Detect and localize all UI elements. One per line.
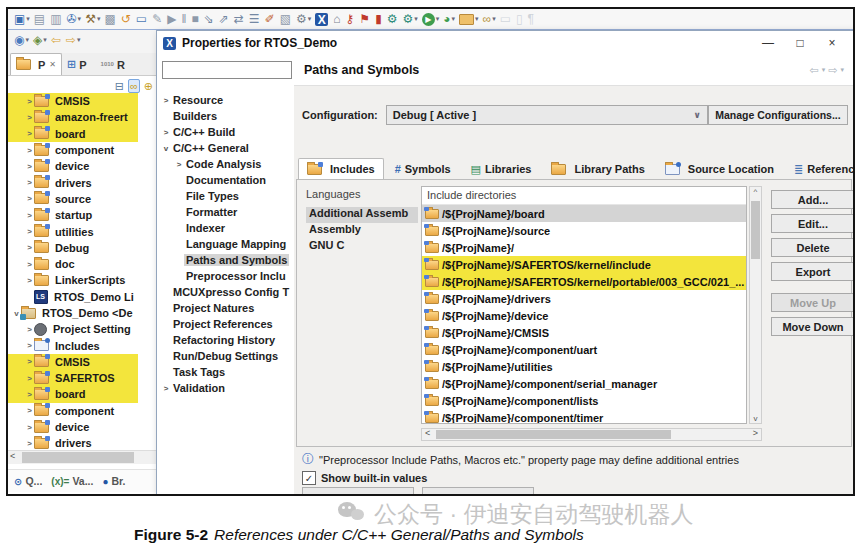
dropdown-caret-icon[interactable]: ▾: [26, 15, 30, 23]
settings-tab[interactable]: Includes: [298, 158, 384, 179]
open-folder-icon[interactable]: ▾: [459, 10, 479, 28]
tree-item[interactable]: > Debug: [8, 240, 157, 256]
nav-tree-item[interactable]: Task Tags: [157, 364, 294, 380]
partial-button[interactable]: [422, 487, 534, 495]
list-action-button[interactable]: Move Down: [771, 317, 854, 336]
nav-tree-item[interactable]: MCUXpresso Config T: [157, 284, 294, 300]
expander-icon[interactable]: >: [25, 97, 34, 106]
scroll-thumb[interactable]: [751, 201, 760, 259]
quick-run-icon[interactable]: ◕▾: [443, 10, 455, 28]
scroll-left-icon[interactable]: <: [10, 451, 15, 461]
settings-tab[interactable]: ≣References: [785, 158, 854, 179]
explorer-tab[interactable]: 1010R: [96, 54, 134, 75]
expander-icon[interactable]: v: [161, 144, 171, 153]
tree-item[interactable]: > startup: [8, 207, 157, 223]
expander-icon[interactable]: >: [25, 374, 34, 383]
list-action-button[interactable]: Delete: [771, 238, 854, 257]
scroll-down-icon[interactable]: v: [750, 414, 761, 423]
settings-tab[interactable]: Library Paths: [542, 158, 653, 179]
terminal-icon[interactable]: ▭: [136, 10, 148, 28]
settings-gear2-icon[interactable]: ⚙▾: [403, 10, 418, 28]
back-history-icon[interactable]: ⇦: [51, 31, 62, 49]
tree-item[interactable]: > SAFERTOS: [8, 370, 157, 386]
scroll-thumb[interactable]: [22, 452, 134, 463]
expander-icon[interactable]: >: [25, 194, 34, 203]
include-dir-row[interactable]: /${ProjName}/utilities: [422, 358, 746, 375]
nav-tree-item[interactable]: Language Mapping: [157, 236, 294, 252]
nav-tree-item[interactable]: Project Natures: [157, 300, 294, 316]
expander-icon[interactable]: >: [161, 384, 171, 393]
save-icon[interactable]: ▤: [34, 10, 46, 28]
explorer-horizontal-scrollbar[interactable]: <: [8, 450, 157, 464]
show-builtin-checkbox[interactable]: ✓: [302, 471, 316, 485]
horizontal-scrollbar[interactable]: < >: [421, 428, 762, 441]
maximize-icon[interactable]: □: [784, 36, 816, 50]
expander-icon[interactable]: >: [25, 211, 34, 220]
annotation-icon[interactable]: ✎: [152, 10, 163, 28]
flash-icon[interactable]: ✐: [265, 10, 276, 28]
language-item[interactable]: Additional Assemb: [306, 207, 418, 223]
expander-icon[interactable]: >: [25, 276, 34, 285]
run-icon[interactable]: ▶: [167, 10, 177, 28]
list-action-button[interactable]: Export: [771, 262, 854, 281]
stop-icon[interactable]: ■: [191, 10, 199, 28]
expander-icon[interactable]: >: [25, 406, 34, 415]
explorer-tab[interactable]: ⊞P: [62, 54, 96, 75]
tree-item[interactable]: > CMSIS: [8, 93, 157, 109]
tree-item[interactable]: > component: [8, 403, 157, 419]
tree-item[interactable]: > LinkerScripts: [8, 272, 157, 288]
expander-icon[interactable]: >: [25, 129, 34, 138]
run-app-icon[interactable]: ▶▾: [422, 10, 440, 28]
tree-item[interactable]: > component: [8, 142, 157, 158]
dropdown-caret-icon[interactable]: ▾: [436, 15, 440, 23]
expander-icon[interactable]: >: [25, 260, 34, 269]
dropdown-caret-icon[interactable]: ▾: [414, 15, 418, 23]
tree-item[interactable]: RTOS_Demo Li: [8, 289, 157, 305]
expander-icon[interactable]: >: [174, 160, 184, 169]
tree-item[interactable]: > Project Setting: [8, 321, 157, 337]
dropdown-caret-icon[interactable]: ▾: [43, 36, 47, 44]
scroll-left-icon[interactable]: <: [425, 428, 430, 438]
new-c-project-icon[interactable]: ✇▾: [67, 10, 82, 28]
build-icon[interactable]: ⚒▾: [85, 10, 100, 28]
dropdown-caret-icon[interactable]: ▾: [475, 15, 479, 23]
step-into-icon[interactable]: ⇘: [204, 10, 215, 28]
tree-item[interactable]: > device: [8, 158, 157, 174]
tree-item[interactable]: > utilities: [8, 223, 157, 239]
view-menu-icon[interactable]: ⊕: [144, 76, 153, 94]
tree-item[interactable]: > source: [8, 191, 157, 207]
forward-icon[interactable]: ⇨: [828, 64, 837, 77]
dropdown-caret-icon[interactable]: ▾: [97, 15, 101, 23]
configuration-select[interactable]: Debug [ Active ] ∨: [386, 105, 708, 125]
list-action-button[interactable]: Add...: [771, 190, 854, 209]
debug-perspective-icon[interactable]: ⚙▾: [296, 10, 311, 28]
expander-icon[interactable]: >: [25, 146, 34, 155]
list-action-button[interactable]: Edit...: [771, 214, 854, 233]
tree-item[interactable]: > device: [8, 419, 157, 435]
dropdown-caret-icon[interactable]: ▾: [492, 15, 496, 23]
expander-icon[interactable]: >: [25, 423, 34, 432]
expander-icon[interactable]: >: [161, 96, 171, 105]
dropdown-caret-icon[interactable]: ▾: [25, 36, 29, 44]
dropdown-caret-icon[interactable]: ▾: [77, 36, 81, 44]
forward-history-icon[interactable]: ⇨▾: [66, 31, 81, 49]
expander-icon[interactable]: >: [25, 341, 34, 350]
new-wizard-icon[interactable]: ▣▾: [14, 10, 30, 28]
language-item[interactable]: GNU C: [306, 239, 418, 255]
breakpoint-icon[interactable]: ▮: [375, 10, 383, 28]
include-dir-row[interactable]: /${ProjName}/source: [422, 222, 746, 239]
settings-tab[interactable]: ▤Libraries: [462, 158, 541, 179]
nav-tree-item[interactable]: Paths and Symbols: [157, 252, 294, 268]
expander-icon[interactable]: >: [161, 128, 171, 137]
include-dir-row[interactable]: /${ProjName}/component/lists: [422, 392, 746, 409]
key-icon[interactable]: ⚷: [346, 10, 356, 28]
list-action-button[interactable]: Move Up: [771, 293, 854, 312]
minimize-icon[interactable]: —: [752, 36, 784, 50]
step-over-icon[interactable]: ⇗: [219, 10, 230, 28]
home-icon[interactable]: ⌂: [333, 10, 341, 28]
include-dir-row[interactable]: /${ProjName}/component/timer: [422, 409, 746, 424]
expander-icon[interactable]: >: [25, 162, 34, 171]
include-dir-row[interactable]: /${ProjName}/component/serial_manager: [422, 375, 746, 392]
pilcrow-icon[interactable]: ¶: [528, 10, 535, 28]
filter-input[interactable]: [162, 61, 292, 79]
